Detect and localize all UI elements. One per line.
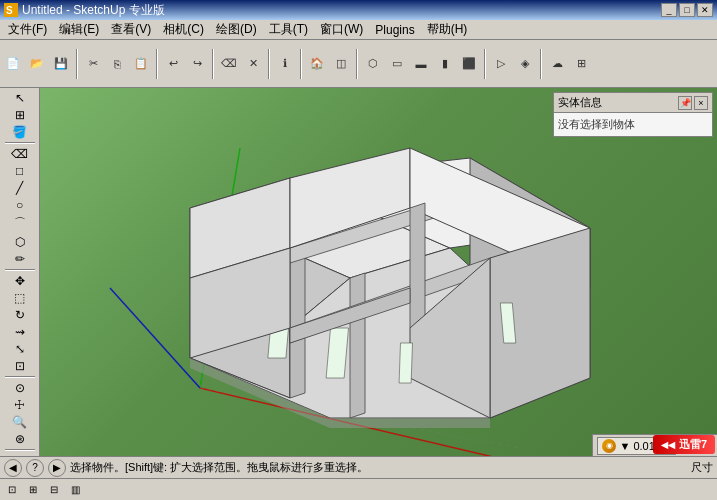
toolbar-btn-paste[interactable]: 📋 (130, 53, 152, 75)
toolbar-btn-style[interactable]: ◈ (514, 53, 536, 75)
toolbar-btn-perspective[interactable]: ◫ (330, 53, 352, 75)
toolbar-btn-x[interactable]: ✕ (242, 53, 264, 75)
tool-btn-line[interactable]: ╱ (3, 180, 37, 196)
toolbar-btn-save[interactable]: 💾 (50, 53, 72, 75)
toolbar-separator (540, 49, 542, 79)
toolbar-btn-back[interactable]: ⬛ (458, 53, 480, 75)
toolbar-separator (76, 49, 78, 79)
tool-btn-offset[interactable]: ⊡ (3, 358, 37, 374)
tool-btn-circle[interactable]: ○ (3, 197, 37, 213)
status-help[interactable]: ? (26, 459, 44, 477)
toolbar-btn-cut[interactable]: ✂ (82, 53, 104, 75)
tool-btn-erase[interactable]: ⌫ (3, 146, 37, 162)
tool-btn-arc[interactable]: ⌒ (3, 214, 37, 233)
maximize-button[interactable]: □ (679, 3, 695, 17)
close-button[interactable]: ✕ (697, 3, 713, 17)
toolbar-btn-redo[interactable]: ↪ (186, 53, 208, 75)
tool-btn-zoomfit[interactable]: ⊛ (3, 431, 37, 447)
tool-btn-rotate[interactable]: ↻ (3, 307, 37, 323)
toolbar-btn-iso[interactable]: ⬡ (362, 53, 384, 75)
tool-btn-free[interactable]: ✏ (3, 251, 37, 267)
toolbar-btn-undo[interactable]: ↩ (162, 53, 184, 75)
tool-separator (5, 376, 35, 378)
title-bar: S Untitled - SketchUp 专业版 _ □ ✕ (0, 0, 717, 20)
tool-btn-follow[interactable]: ⇝ (3, 324, 37, 340)
app-icon: S (4, 3, 18, 17)
menu-bar: 文件(F)编辑(E)查看(V)相机(C)绘图(D)工具(T)窗口(W)Plugi… (0, 20, 717, 40)
main-area: ↖⊞🪣⌫□╱○⌒⬡✏✥⬚↻⇝⤡⊡⊙☩🔍⊛⊟📐A⊕↔⬙⬛◈ (0, 88, 717, 456)
toolbar-separator (356, 49, 358, 79)
menu-item-h[interactable]: 帮助(H) (421, 20, 474, 40)
svg-marker-14 (350, 273, 365, 418)
svg-marker-12 (290, 243, 305, 398)
tool-btn-component[interactable]: ⊞ (3, 107, 37, 123)
tool-btn-rect[interactable]: □ (3, 163, 37, 179)
dimension-label: 尺寸 (691, 460, 713, 475)
badge-text: 迅雷7 (679, 437, 707, 452)
toolbar-separator (156, 49, 158, 79)
tool-btn-scale[interactable]: ⤡ (3, 341, 37, 357)
menu-item-c[interactable]: 相机(C) (157, 20, 210, 40)
tool-separator (5, 142, 35, 144)
toolbar-btn-open[interactable]: 📂 (26, 53, 48, 75)
tool-btn-section[interactable]: ⊟ (3, 453, 37, 456)
stats-icon1: ◉ (602, 439, 616, 453)
toolbar-separator (484, 49, 486, 79)
toolbar-btn-right[interactable]: ▮ (434, 53, 456, 75)
status-nav-next[interactable]: ▶ (48, 459, 66, 477)
status-text: 选择物件。[Shift]键: 扩大选择范围。拖曳鼠标进行多重选择。 (70, 460, 687, 475)
left-toolbox: ↖⊞🪣⌫□╱○⌒⬡✏✥⬚↻⇝⤡⊡⊙☩🔍⊛⊟📐A⊕↔⬙⬛◈ (0, 88, 40, 456)
view-btn-4[interactable]: ▥ (65, 481, 85, 499)
toolbar-btn-top[interactable]: ▭ (386, 53, 408, 75)
tool-separator (5, 269, 35, 271)
menu-item-d[interactable]: 绘图(D) (210, 20, 263, 40)
svg-marker-21 (410, 203, 425, 328)
tool-btn-move[interactable]: ✥ (3, 273, 37, 289)
menu-item-plugins[interactable]: Plugins (369, 20, 420, 40)
tool-btn-select[interactable]: ↖ (3, 90, 37, 106)
title-bar-left: S Untitled - SketchUp 专业版 (4, 2, 165, 19)
status-nav-prev[interactable]: ◀ (4, 459, 22, 477)
tool-btn-poly[interactable]: ⬡ (3, 234, 37, 250)
toolbar-separator (268, 49, 270, 79)
info-panel: 实体信息 📌 × 没有选择到物体 (553, 92, 713, 137)
tool-btn-paint[interactable]: 🪣 (3, 124, 37, 140)
building-3d (130, 128, 650, 456)
menu-item-w[interactable]: 窗口(W) (314, 20, 369, 40)
view-btn-1[interactable]: ⊡ (2, 481, 22, 499)
menu-item-v[interactable]: 查看(V) (105, 20, 157, 40)
view-btn-2[interactable]: ⊞ (23, 481, 43, 499)
info-panel-close[interactable]: × (694, 96, 708, 110)
menu-item-f[interactable]: 文件(F) (2, 20, 53, 40)
toolbar-btn-play[interactable]: ▷ (490, 53, 512, 75)
app-badge: 迅雷7 (653, 435, 715, 454)
minimize-button[interactable]: _ (661, 3, 677, 17)
toolbar-btn-front[interactable]: ▬ (410, 53, 432, 75)
toolbar-btn-copy[interactable]: ⎘ (106, 53, 128, 75)
tool-btn-orbit[interactable]: ⊙ (3, 380, 37, 396)
svg-rect-27 (399, 343, 412, 383)
info-panel-title-text: 实体信息 (558, 95, 602, 110)
toolbar-btn-layers[interactable]: ⊞ (570, 53, 592, 75)
info-panel-pin[interactable]: 📌 (678, 96, 692, 110)
menu-item-t[interactable]: 工具(T) (263, 20, 314, 40)
bottom-toolbar: ⊡ ⊞ ⊟ ▥ (0, 478, 717, 500)
toolbar-separator (300, 49, 302, 79)
tool-btn-pan[interactable]: ☩ (3, 397, 37, 413)
toolbar-separator (212, 49, 214, 79)
toolbar-btn-cloud[interactable]: ☁ (546, 53, 568, 75)
view-btn-3[interactable]: ⊟ (44, 481, 64, 499)
toolbar-btn-info[interactable]: ℹ (274, 53, 296, 75)
menu-item-e[interactable]: 编辑(E) (53, 20, 105, 40)
info-panel-body: 没有选择到物体 (554, 113, 712, 136)
info-panel-title: 实体信息 📌 × (554, 93, 712, 113)
toolbar-btn-new[interactable]: 📄 (2, 53, 24, 75)
tool-separator (5, 449, 35, 451)
svg-text:S: S (6, 5, 13, 16)
tool-btn-zoom[interactable]: 🔍 (3, 414, 37, 430)
viewport[interactable]: 实体信息 📌 × 没有选择到物体 ◉ ▼ 0.01K/5 0K/5 迅雷7 (40, 88, 717, 456)
tool-btn-pushpull[interactable]: ⬚ (3, 290, 37, 306)
toolbar-btn-home[interactable]: 🏠 (306, 53, 328, 75)
window-title: Untitled - SketchUp 专业版 (22, 2, 165, 19)
toolbar-btn-erase[interactable]: ⌫ (218, 53, 240, 75)
